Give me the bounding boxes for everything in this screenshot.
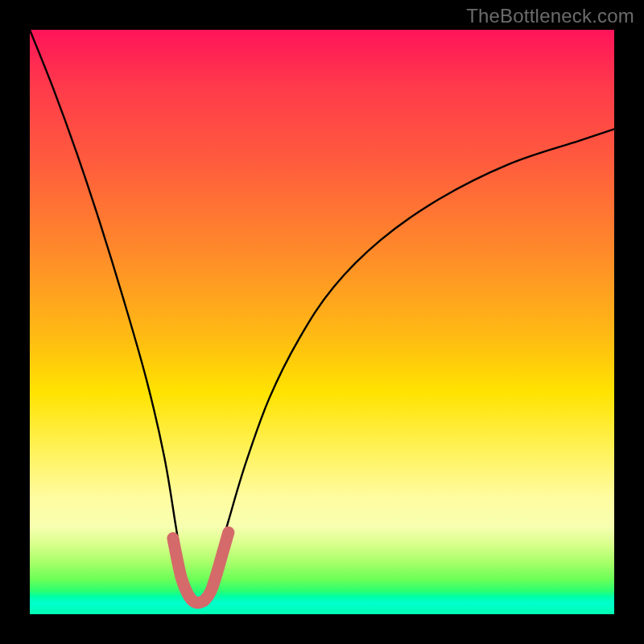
bottleneck-curve xyxy=(30,30,614,602)
curve-svg xyxy=(30,30,614,614)
watermark-text: TheBottleneck.com xyxy=(466,5,634,27)
chart-frame: TheBottleneck.com xyxy=(0,0,644,644)
plot-area xyxy=(30,30,614,614)
optimal-range-markers xyxy=(173,532,229,602)
